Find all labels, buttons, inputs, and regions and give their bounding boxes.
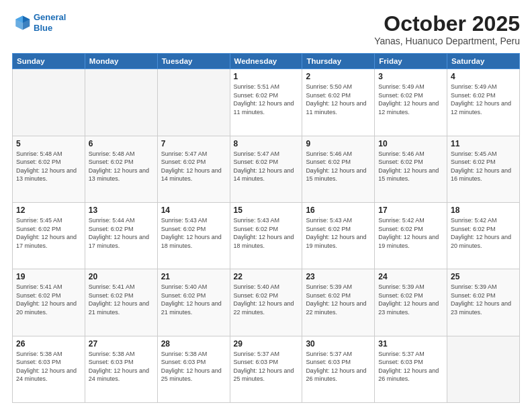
calendar-cell: 31Sunrise: 5:37 AM Sunset: 6:03 PM Dayli…	[375, 336, 447, 402]
day-header-friday: Friday	[375, 54, 447, 69]
calendar-cell: 21Sunrise: 5:40 AM Sunset: 6:02 PM Dayli…	[157, 269, 230, 336]
calendar-table: SundayMondayTuesdayWednesdayThursdayFrid…	[12, 53, 520, 403]
day-number: 6	[89, 139, 154, 148]
calendar-cell: 28Sunrise: 5:38 AM Sunset: 6:03 PM Dayli…	[157, 336, 230, 402]
calendar-cell: 7Sunrise: 5:47 AM Sunset: 6:02 PM Daylig…	[157, 136, 230, 202]
day-info: Sunrise: 5:43 AM Sunset: 6:02 PM Dayligh…	[161, 216, 226, 250]
calendar-cell: 9Sunrise: 5:46 AM Sunset: 6:02 PM Daylig…	[302, 136, 375, 202]
day-number: 4	[451, 72, 516, 81]
day-info: Sunrise: 5:45 AM Sunset: 6:02 PM Dayligh…	[16, 216, 81, 250]
day-info: Sunrise: 5:46 AM Sunset: 6:02 PM Dayligh…	[306, 150, 371, 183]
day-info: Sunrise: 5:41 AM Sunset: 6:02 PM Dayligh…	[89, 283, 154, 316]
day-number: 26	[16, 339, 81, 349]
day-info: Sunrise: 5:51 AM Sunset: 6:02 PM Dayligh…	[234, 83, 299, 116]
calendar-cell	[13, 69, 85, 136]
calendar-cell: 3Sunrise: 5:49 AM Sunset: 6:02 PM Daylig…	[375, 69, 447, 136]
calendar-cell: 4Sunrise: 5:49 AM Sunset: 6:02 PM Daylig…	[447, 69, 520, 136]
day-info: Sunrise: 5:40 AM Sunset: 6:02 PM Dayligh…	[234, 283, 299, 316]
calendar-cell: 27Sunrise: 5:38 AM Sunset: 6:03 PM Dayli…	[85, 336, 157, 402]
day-header-monday: Monday	[85, 54, 157, 69]
day-number: 30	[306, 339, 371, 349]
week-row-2: 12Sunrise: 5:45 AM Sunset: 6:02 PM Dayli…	[13, 202, 520, 269]
week-row-1: 5Sunrise: 5:48 AM Sunset: 6:02 PM Daylig…	[13, 136, 520, 202]
day-info: Sunrise: 5:50 AM Sunset: 6:02 PM Dayligh…	[306, 83, 371, 116]
day-info: Sunrise: 5:38 AM Sunset: 6:03 PM Dayligh…	[161, 350, 226, 383]
day-info: Sunrise: 5:39 AM Sunset: 6:02 PM Dayligh…	[306, 283, 371, 316]
calendar-cell	[157, 69, 230, 136]
day-info: Sunrise: 5:45 AM Sunset: 6:02 PM Dayligh…	[451, 150, 516, 183]
calendar-cell: 6Sunrise: 5:48 AM Sunset: 6:02 PM Daylig…	[85, 136, 157, 202]
calendar-cell: 13Sunrise: 5:44 AM Sunset: 6:02 PM Dayli…	[85, 202, 157, 269]
day-info: Sunrise: 5:49 AM Sunset: 6:02 PM Dayligh…	[451, 83, 516, 116]
calendar-cell: 30Sunrise: 5:37 AM Sunset: 6:03 PM Dayli…	[302, 336, 375, 402]
calendar-cell: 22Sunrise: 5:40 AM Sunset: 6:02 PM Dayli…	[230, 269, 302, 336]
calendar-cell: 17Sunrise: 5:42 AM Sunset: 6:02 PM Dayli…	[375, 202, 447, 269]
day-header-thursday: Thursday	[302, 54, 375, 69]
day-number: 24	[378, 272, 443, 281]
calendar-cell: 10Sunrise: 5:46 AM Sunset: 6:02 PM Dayli…	[375, 136, 447, 202]
logo-text: General Blue	[34, 12, 66, 33]
day-info: Sunrise: 5:44 AM Sunset: 6:02 PM Dayligh…	[89, 216, 154, 250]
day-number: 22	[234, 272, 299, 281]
day-info: Sunrise: 5:42 AM Sunset: 6:02 PM Dayligh…	[451, 216, 516, 250]
day-info: Sunrise: 5:37 AM Sunset: 6:03 PM Dayligh…	[234, 350, 299, 383]
day-info: Sunrise: 5:43 AM Sunset: 6:02 PM Dayligh…	[234, 216, 299, 250]
day-info: Sunrise: 5:39 AM Sunset: 6:02 PM Dayligh…	[451, 283, 516, 316]
day-info: Sunrise: 5:43 AM Sunset: 6:02 PM Dayligh…	[306, 216, 371, 250]
day-number: 8	[234, 139, 299, 148]
day-info: Sunrise: 5:37 AM Sunset: 6:03 PM Dayligh…	[306, 350, 371, 383]
calendar-cell: 18Sunrise: 5:42 AM Sunset: 6:02 PM Dayli…	[447, 202, 520, 269]
week-row-4: 26Sunrise: 5:38 AM Sunset: 6:03 PM Dayli…	[13, 336, 520, 402]
day-number: 25	[451, 272, 516, 281]
day-number: 10	[378, 139, 443, 148]
calendar-cell: 1Sunrise: 5:51 AM Sunset: 6:02 PM Daylig…	[230, 69, 302, 136]
day-info: Sunrise: 5:49 AM Sunset: 6:02 PM Dayligh…	[378, 83, 443, 116]
week-row-3: 19Sunrise: 5:41 AM Sunset: 6:02 PM Dayli…	[13, 269, 520, 336]
day-number: 23	[306, 272, 371, 281]
day-info: Sunrise: 5:41 AM Sunset: 6:02 PM Dayligh…	[16, 283, 81, 316]
header-row: SundayMondayTuesdayWednesdayThursdayFrid…	[13, 54, 520, 69]
month-title: October 2025	[374, 12, 520, 36]
week-row-0: 1Sunrise: 5:51 AM Sunset: 6:02 PM Daylig…	[13, 69, 520, 136]
day-number: 27	[89, 339, 154, 349]
day-info: Sunrise: 5:47 AM Sunset: 6:02 PM Dayligh…	[234, 150, 299, 183]
day-info: Sunrise: 5:37 AM Sunset: 6:03 PM Dayligh…	[378, 350, 443, 383]
day-number: 29	[234, 339, 299, 349]
calendar-cell: 19Sunrise: 5:41 AM Sunset: 6:02 PM Dayli…	[13, 269, 85, 336]
calendar-cell: 5Sunrise: 5:48 AM Sunset: 6:02 PM Daylig…	[13, 136, 85, 202]
day-number: 31	[378, 339, 443, 349]
day-number: 3	[378, 72, 443, 81]
calendar-cell: 16Sunrise: 5:43 AM Sunset: 6:02 PM Dayli…	[302, 202, 375, 269]
day-number: 16	[306, 205, 371, 215]
day-number: 9	[306, 139, 371, 148]
day-header-tuesday: Tuesday	[157, 54, 230, 69]
day-info: Sunrise: 5:40 AM Sunset: 6:02 PM Dayligh…	[161, 283, 226, 316]
day-info: Sunrise: 5:48 AM Sunset: 6:02 PM Dayligh…	[16, 150, 81, 183]
logo-line2: Blue	[34, 23, 52, 33]
calendar-cell: 2Sunrise: 5:50 AM Sunset: 6:02 PM Daylig…	[302, 69, 375, 136]
calendar-cell: 29Sunrise: 5:37 AM Sunset: 6:03 PM Dayli…	[230, 336, 302, 402]
calendar-cell: 23Sunrise: 5:39 AM Sunset: 6:02 PM Dayli…	[302, 269, 375, 336]
day-info: Sunrise: 5:38 AM Sunset: 6:03 PM Dayligh…	[16, 350, 81, 383]
day-number: 2	[306, 72, 371, 81]
day-info: Sunrise: 5:38 AM Sunset: 6:03 PM Dayligh…	[89, 350, 154, 383]
calendar-cell: 15Sunrise: 5:43 AM Sunset: 6:02 PM Dayli…	[230, 202, 302, 269]
calendar-cell: 14Sunrise: 5:43 AM Sunset: 6:02 PM Dayli…	[157, 202, 230, 269]
subtitle: Yanas, Huanuco Department, Peru	[374, 36, 520, 46]
day-info: Sunrise: 5:42 AM Sunset: 6:02 PM Dayligh…	[378, 216, 443, 250]
day-number: 11	[451, 139, 516, 148]
day-info: Sunrise: 5:48 AM Sunset: 6:02 PM Dayligh…	[89, 150, 154, 183]
calendar-cell	[447, 336, 520, 402]
calendar-cell: 25Sunrise: 5:39 AM Sunset: 6:02 PM Dayli…	[447, 269, 520, 336]
day-number: 19	[16, 272, 81, 281]
day-number: 7	[161, 139, 226, 148]
day-number: 15	[234, 205, 299, 215]
day-header-wednesday: Wednesday	[230, 54, 302, 69]
day-number: 28	[161, 339, 226, 349]
calendar-cell: 8Sunrise: 5:47 AM Sunset: 6:02 PM Daylig…	[230, 136, 302, 202]
calendar-cell: 24Sunrise: 5:39 AM Sunset: 6:02 PM Dayli…	[375, 269, 447, 336]
page: General Blue October 2025 Yanas, Huanuco…	[0, 0, 532, 411]
day-info: Sunrise: 5:46 AM Sunset: 6:02 PM Dayligh…	[378, 150, 443, 183]
day-number: 5	[16, 139, 81, 148]
calendar-cell: 12Sunrise: 5:45 AM Sunset: 6:02 PM Dayli…	[13, 202, 85, 269]
